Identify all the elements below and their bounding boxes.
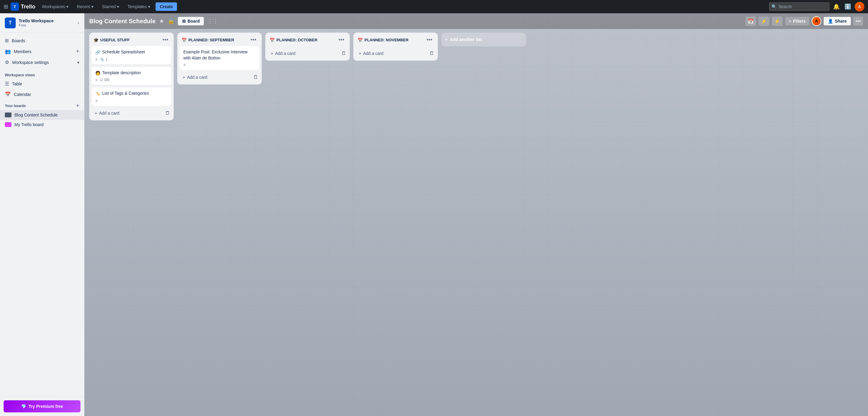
search-icon: 🔍 xyxy=(772,4,777,9)
sidebar-view-table[interactable]: ☰ Table xyxy=(0,79,84,89)
nav-workspaces[interactable]: Workspaces ▾ xyxy=(39,2,71,11)
star-icon[interactable]: ★ xyxy=(159,18,164,24)
attachment-icon: 📎 xyxy=(100,57,104,62)
tag-icon: 🏷️ xyxy=(95,91,100,97)
sidebar-view-calendar[interactable]: 📅 Calendar xyxy=(0,89,84,99)
board-thumbnail xyxy=(5,122,11,127)
template-card-button[interactable]: 🗒 xyxy=(428,50,435,57)
share-button[interactable]: 👤 Share xyxy=(824,17,851,25)
top-navigation: ⊞ T Trello Workspaces ▾ Recent ▾ Starred… xyxy=(0,0,868,13)
notifications-icon[interactable]: 🔔 xyxy=(832,2,841,11)
board-area: Blog Content Schedule ★ 🔒 ⊞ Board ⋮⋮ 📅 ⚡… xyxy=(85,13,868,416)
table-icon: ☰ xyxy=(5,81,9,87)
calendar-emoji: 📅 xyxy=(270,38,275,42)
list-cards: Example Post: Exclusive Interview with A… xyxy=(177,46,262,70)
automation-header-icon[interactable]: ⚡ xyxy=(758,17,769,26)
list-header: 📅 PLANNED: SEPTEMBER ••• xyxy=(177,33,262,46)
trello-logo[interactable]: T Trello xyxy=(10,2,35,11)
card-title: Example Post: Exclusive Interview with A… xyxy=(183,49,256,61)
add-card-button[interactable]: + Add a card xyxy=(92,108,164,118)
list-planned-november: 📅 PLANNED: NOVEMBER ••• + Add a card 🗒 xyxy=(353,33,438,61)
plus-icon: + xyxy=(271,51,273,56)
sidebar-item-boards[interactable]: ⊞ Boards xyxy=(0,35,84,46)
collapse-sidebar-button[interactable]: ‹ xyxy=(78,20,79,26)
sidebar-members-label: Members xyxy=(14,49,73,54)
add-card-button[interactable]: + Add a card xyxy=(268,49,340,58)
card-example-post[interactable]: Example Post: Exclusive Interview with A… xyxy=(180,46,259,70)
list-cards: 🔗 Schedule Spreadsheet ≡ 📎 1 xyxy=(89,46,174,106)
card-meta: ≡ 📎 1 xyxy=(95,57,167,62)
template-card-button[interactable]: 🗒 xyxy=(164,109,171,117)
card-list-of-tags[interactable]: 🏷️ List of Tags & Categories ≡ xyxy=(92,88,171,106)
chevron-down-icon: ▾ xyxy=(148,4,150,9)
list-header: 🎓 USEFUL STUFF ••• xyxy=(89,33,174,46)
add-card-button[interactable]: + Add a card xyxy=(356,49,428,58)
workspace-name: Trello Workspace xyxy=(19,19,75,23)
your-boards-section: Your boards + Blog Content Schedule My T… xyxy=(0,99,84,129)
help-icon[interactable]: ℹ️ xyxy=(843,2,852,11)
description-icon: ≡ xyxy=(95,57,97,62)
list-title: 🎓 USEFUL STUFF xyxy=(93,38,159,42)
add-card-row: + Add a card 🗒 xyxy=(356,49,435,58)
list-menu-button[interactable]: ••• xyxy=(249,36,257,44)
members-icon: 👥 xyxy=(5,49,11,54)
nav-templates-label: Templates xyxy=(127,4,147,9)
card-schedule-spreadsheet[interactable]: 🔗 Schedule Spreadsheet ≡ 📎 1 xyxy=(92,46,171,64)
customize-icon[interactable]: ⋮⋮ xyxy=(208,18,218,24)
card-meta: ≡ xyxy=(95,99,167,103)
chevron-down-icon: ▾ xyxy=(77,60,79,65)
list-footer: + Add a card 🗒 xyxy=(89,106,174,120)
boards-icon: ⊞ xyxy=(5,38,9,43)
sidebar-item-members[interactable]: 👥 Members + xyxy=(0,46,84,57)
plus-icon: + xyxy=(445,37,447,42)
workspace-header: T Trello Workspace Free ‹ xyxy=(0,13,84,33)
filters-label: Filters xyxy=(793,19,806,24)
nav-templates[interactable]: Templates ▾ xyxy=(125,2,153,11)
user-avatar[interactable]: A xyxy=(855,2,864,11)
calendar-header-icon[interactable]: 📅 xyxy=(745,17,756,26)
add-card-row: + Add a card 🗒 xyxy=(180,72,259,82)
card-meta: ≡ xyxy=(183,63,256,67)
filter-icon: ≡ xyxy=(789,19,791,24)
card-title: 🧑 Template description xyxy=(95,70,167,76)
list-header: 📅 PLANNED: OCTOBER ••• xyxy=(265,33,350,46)
list-menu-button[interactable]: ••• xyxy=(337,36,345,44)
list-title: 📅 PLANNED: OCTOBER xyxy=(270,38,336,42)
filters-button[interactable]: ≡ Filters xyxy=(785,17,809,25)
add-card-row: + Add a card 🗒 xyxy=(268,49,347,58)
premium-label: Try Premium free xyxy=(29,404,63,409)
workspace-icon: T xyxy=(5,18,16,28)
grid-icon[interactable]: ⊞ xyxy=(4,3,8,10)
more-options-icon[interactable]: ••• xyxy=(853,17,863,26)
board-title[interactable]: Blog Content Schedule xyxy=(89,18,156,25)
board-member-avatar[interactable]: A xyxy=(812,16,821,26)
template-card-button[interactable]: 🗒 xyxy=(252,73,259,81)
sidebar-item-workspace-settings[interactable]: ⚙ Workspace settings ▾ xyxy=(0,57,84,67)
add-card-button[interactable]: + Add a card xyxy=(180,72,252,82)
create-button[interactable]: Create xyxy=(156,2,177,11)
power-ups-icon[interactable]: ⚡ xyxy=(772,17,783,26)
card-template-description[interactable]: 🧑 Template description ≡ ☑ 0/6 xyxy=(92,67,171,85)
premium-button[interactable]: 💎 Try Premium free xyxy=(4,400,81,412)
add-board-button[interactable]: + xyxy=(76,102,79,109)
checklist-icon: ☑ xyxy=(100,78,103,82)
list-menu-button[interactable]: ••• xyxy=(425,36,434,44)
nav-recent[interactable]: Recent ▾ xyxy=(74,2,96,11)
board-view-button[interactable]: ⊞ Board xyxy=(178,17,204,25)
add-list-button[interactable]: + Add another list xyxy=(441,33,526,47)
add-member-icon[interactable]: + xyxy=(76,48,79,55)
visibility-icon[interactable]: 🔒 xyxy=(167,18,174,24)
template-card-button[interactable]: 🗒 xyxy=(340,50,347,57)
workspace-nav: ⊞ Boards 👥 Members + ⚙ Workspace setting… xyxy=(0,33,84,70)
nav-starred[interactable]: Starred ▾ xyxy=(99,2,122,11)
nav-recent-label: Recent xyxy=(77,4,90,9)
nav-starred-label: Starred xyxy=(102,4,116,9)
list-menu-button[interactable]: ••• xyxy=(161,36,169,44)
search-input[interactable] xyxy=(769,2,829,11)
sidebar-board-my-trello[interactable]: My Trello board xyxy=(0,120,84,129)
board-view-icon: ⊞ xyxy=(182,19,186,24)
list-title: 📅 PLANNED: NOVEMBER xyxy=(358,38,424,42)
sidebar-board-blog-content[interactable]: Blog Content Schedule xyxy=(0,110,84,120)
plus-icon: + xyxy=(183,75,185,80)
description-icon: ≡ xyxy=(95,78,97,82)
